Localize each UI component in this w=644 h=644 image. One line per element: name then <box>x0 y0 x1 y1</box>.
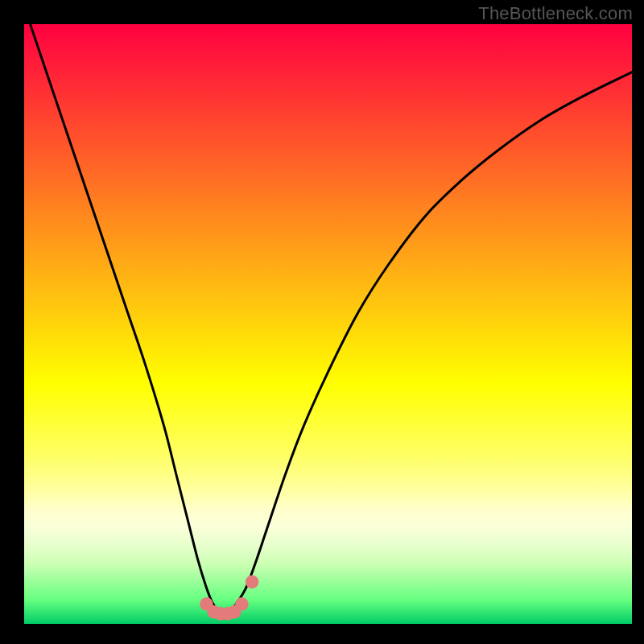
watermark-text: TheBottleneck.com <box>478 3 633 24</box>
chart-frame: TheBottleneck.com <box>0 0 644 644</box>
plot-area <box>24 24 632 624</box>
